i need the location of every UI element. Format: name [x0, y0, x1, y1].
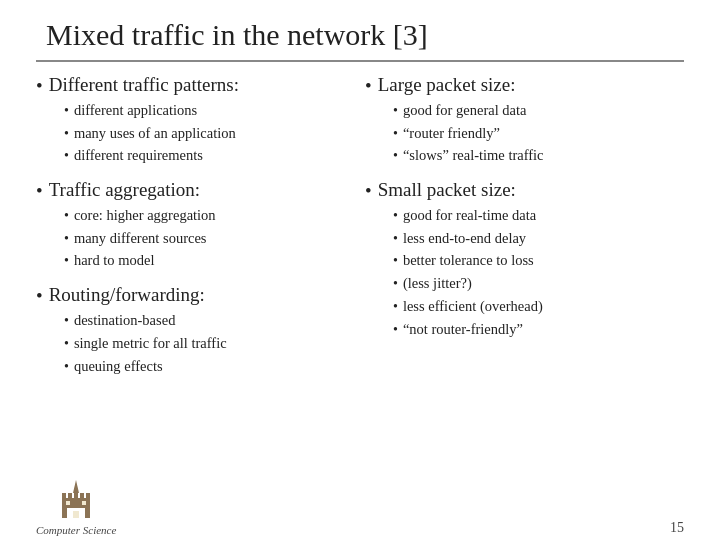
- right-section-header-1: • Large packet size:: [365, 74, 684, 97]
- left-section-2: • Traffic aggregation: core: higher aggr…: [36, 179, 355, 278]
- right-section-label-2: Small packet size:: [378, 179, 516, 201]
- list-item: less end-to-end delay: [393, 227, 684, 250]
- right-column: • Large packet size: good for general da…: [365, 74, 684, 472]
- left-section-1: • Different traffic patterns: different …: [36, 74, 355, 173]
- footer-logo-area: Computer Science: [36, 478, 116, 536]
- list-item: hard to model: [64, 249, 355, 272]
- right-bullet-icon-1: •: [365, 75, 372, 97]
- list-item: core: higher aggregation: [64, 204, 355, 227]
- list-item: good for real-time data: [393, 204, 684, 227]
- list-item: “not router-friendly”: [393, 318, 684, 341]
- slide: Mixed traffic in the network [3] • Diffe…: [0, 0, 720, 554]
- svg-rect-6: [80, 493, 84, 500]
- svg-rect-10: [82, 501, 86, 505]
- svg-rect-3: [62, 493, 66, 500]
- right-section-header-2: • Small packet size:: [365, 179, 684, 202]
- list-item: single metric for all traffic: [64, 332, 355, 355]
- right-sub-list-2: good for real-time data less end-to-end …: [365, 204, 684, 340]
- bullet-icon-2: •: [36, 180, 43, 202]
- left-column: • Different traffic patterns: different …: [36, 74, 355, 472]
- list-item: destination-based: [64, 309, 355, 332]
- right-sub-list-1: good for general data “router friendly” …: [365, 99, 684, 167]
- section-header-1: • Different traffic patterns:: [36, 74, 355, 97]
- list-item: better tolerance to loss: [393, 249, 684, 272]
- svg-rect-8: [73, 511, 79, 518]
- list-item: many uses of an application: [64, 122, 355, 145]
- svg-rect-9: [66, 501, 70, 505]
- bullet-icon-1: •: [36, 75, 43, 97]
- footer-label: Computer Science: [36, 524, 116, 536]
- section-label-3: Routing/forwarding:: [49, 284, 205, 306]
- list-item: (less jitter?): [393, 272, 684, 295]
- title-divider: [36, 60, 684, 62]
- list-item: good for general data: [393, 99, 684, 122]
- svg-rect-4: [68, 493, 72, 500]
- sub-list-2: core: higher aggregation many different …: [36, 204, 355, 272]
- left-section-3: • Routing/forwarding: destination-based …: [36, 284, 355, 383]
- page-number: 15: [670, 520, 684, 536]
- list-item: “slows” real-time traffic: [393, 144, 684, 167]
- section-label-1: Different traffic patterns:: [49, 74, 239, 96]
- section-header-2: • Traffic aggregation:: [36, 179, 355, 202]
- ucl-logo-icon: [54, 478, 98, 522]
- svg-marker-11: [73, 480, 79, 493]
- list-item: different applications: [64, 99, 355, 122]
- list-item: different requirements: [64, 144, 355, 167]
- list-item: queuing effects: [64, 355, 355, 378]
- footer: Computer Science 15: [36, 476, 684, 536]
- list-item: “router friendly”: [393, 122, 684, 145]
- sub-list-1: different applications many uses of an a…: [36, 99, 355, 167]
- section-header-3: • Routing/forwarding:: [36, 284, 355, 307]
- right-section-2: • Small packet size: good for real-time …: [365, 179, 684, 346]
- list-item: many different sources: [64, 227, 355, 250]
- right-section-1: • Large packet size: good for general da…: [365, 74, 684, 173]
- sub-list-3: destination-based single metric for all …: [36, 309, 355, 377]
- svg-rect-7: [86, 493, 90, 500]
- section-label-2: Traffic aggregation:: [49, 179, 200, 201]
- slide-title: Mixed traffic in the network [3]: [36, 18, 684, 52]
- bullet-icon-3: •: [36, 285, 43, 307]
- list-item: less efficient (overhead): [393, 295, 684, 318]
- right-section-label-1: Large packet size:: [378, 74, 516, 96]
- svg-rect-5: [74, 493, 78, 500]
- content-area: • Different traffic patterns: different …: [36, 74, 684, 472]
- right-bullet-icon-2: •: [365, 180, 372, 202]
